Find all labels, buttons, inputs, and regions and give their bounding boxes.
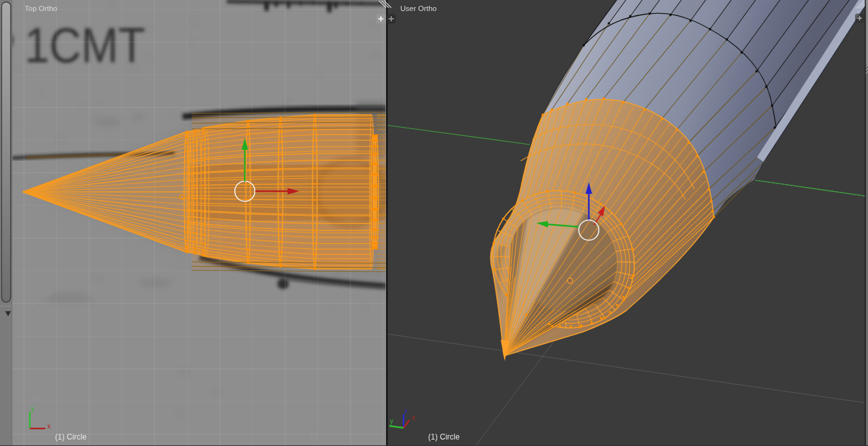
svg-text:(1) Circle: (1) Circle: [55, 432, 87, 441]
svg-text:x: x: [412, 414, 415, 421]
svg-text:Top Ortho: Top Ortho: [25, 5, 58, 12]
svg-text:y: y: [31, 405, 34, 412]
svg-text:y: y: [390, 417, 393, 425]
svg-text:User Ortho: User Ortho: [400, 5, 437, 12]
svg-text:z: z: [404, 408, 407, 415]
svg-text:x: x: [47, 423, 51, 430]
svg-text:(1) Circle: (1) Circle: [428, 432, 460, 441]
